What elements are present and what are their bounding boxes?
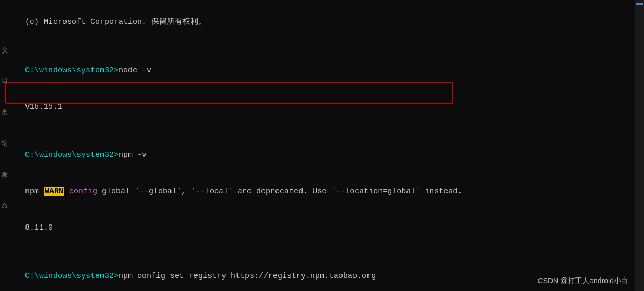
line-blank-3 [6, 246, 638, 258]
prompt-registry: C:\windows\system32> [25, 272, 119, 281]
warn-config: config [64, 187, 97, 196]
npm-version-text: 8.11.0 [25, 223, 53, 232]
cmd-node: node -v [119, 66, 151, 75]
line-npm-version: 8.11.0 [6, 209, 638, 246]
warn-instead: instead. [425, 187, 462, 196]
cmd-registry: npm config set registry https://registry… [119, 272, 376, 281]
line-npm-warn: npm WARN config global `--global`, `--lo… [6, 174, 638, 210]
line-node-cmd: C:\windows\system32>node -v [6, 52, 638, 89]
watermark: CSDN @打工人android小白 [538, 276, 628, 286]
line-blank-2 [6, 125, 638, 137]
warn-badge: WARN [44, 187, 64, 196]
scroll-marker-1 [636, 3, 643, 5]
npm-prefix: npm [25, 187, 44, 196]
line-copyright: (c) Microsoft Corporation. 保留所有权利。 [6, 4, 638, 41]
prompt-npm: C:\windows\system32> [25, 151, 119, 160]
line-registry-cmd: C:\windows\system32>npm config set regis… [6, 258, 638, 291]
scrollbar-right[interactable] [635, 0, 644, 291]
copyright-text: (c) Microsoft Corporation. 保留所有权利。 [25, 18, 206, 27]
prompt-node: C:\windows\system32> [25, 66, 119, 75]
terminal-window: (c) Microsoft Corporation. 保留所有权利。 C:\wi… [0, 0, 644, 291]
line-node-version: v16.15.1 [6, 89, 638, 125]
line-blank-1 [6, 41, 638, 52]
node-version-text: v16.15.1 [25, 102, 62, 111]
cmd-npm: npm -v [119, 151, 147, 160]
line-npm-cmd: C:\windows\system32>npm -v [6, 137, 638, 174]
warn-text: global `--global`, `--local` are depreca… [97, 187, 425, 196]
sidebar-labels: 义 目 类 输 象 命 [0, 42, 9, 197]
